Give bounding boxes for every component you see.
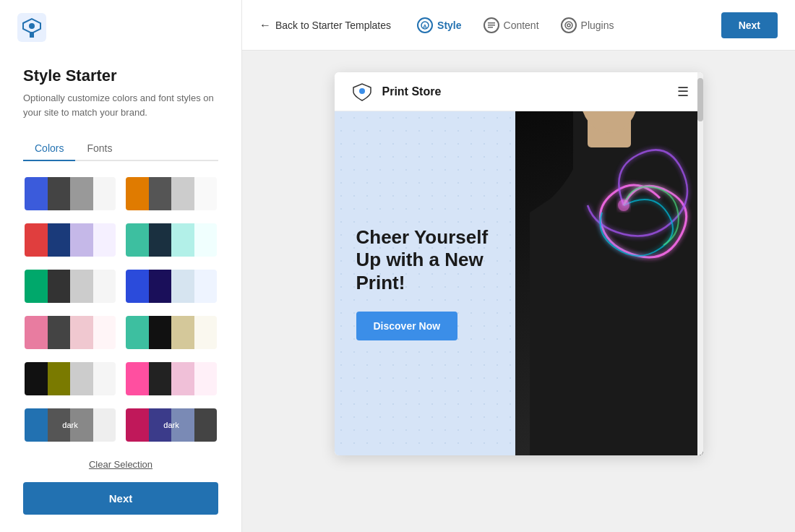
sidebar-title: Style Starter [23, 66, 218, 85]
swatch-5[interactable] [23, 268, 117, 304]
nav-step-plugins[interactable]: Plugins [552, 13, 623, 38]
hamburger-icon: ☰ [677, 84, 689, 100]
preview-logo-icon [349, 79, 375, 105]
app-logo-icon [17, 13, 46, 42]
preview-hero-left: Cheer Yourself Up with a New Print! Disc… [335, 111, 515, 455]
svg-point-13 [618, 200, 629, 211]
style-tabs: Colors Fonts [23, 137, 218, 161]
swatch-9[interactable] [23, 361, 117, 397]
preview-logo-area: Print Store [349, 79, 442, 105]
swatch-7[interactable] [23, 314, 117, 351]
plugins-step-icon [561, 17, 577, 33]
back-link-label: Back to Starter Templates [275, 20, 391, 31]
preview-area: Print Store ☰ Cheer Yourself Up with a N… [242, 51, 795, 532]
top-next-button[interactable]: Next [721, 12, 778, 38]
scrollbar[interactable] [697, 72, 703, 455]
preview-site-name: Print Store [382, 85, 442, 98]
back-arrow-icon: ← [259, 19, 271, 32]
swatch-10[interactable] [124, 361, 218, 397]
content-step-label: Content [504, 20, 539, 31]
tshirt-mockup [515, 111, 703, 455]
sidebar-logo [0, 0, 241, 52]
content-step-icon [484, 17, 499, 33]
nav-steps: A Style Content Plugins [408, 13, 716, 38]
swatch-4[interactable] [124, 222, 218, 258]
top-navigation: ← Back to Starter Templates A Style Cont… [242, 0, 795, 51]
svg-point-10 [359, 88, 365, 94]
nav-step-content[interactable]: Content [475, 13, 548, 38]
main-area: ← Back to Starter Templates A Style Cont… [242, 0, 795, 532]
swatch-8[interactable] [124, 314, 218, 351]
svg-rect-6 [488, 25, 495, 26]
neon-swirl-graphic [551, 133, 696, 278]
clear-selection-container: Clear Selection [23, 458, 218, 471]
swatch-2[interactable] [124, 176, 218, 212]
sidebar-body: Style Starter Optionally customize color… [0, 52, 241, 532]
nav-step-style[interactable]: A Style [408, 13, 470, 38]
svg-point-8 [565, 22, 572, 29]
tab-fonts[interactable]: Fonts [75, 137, 124, 161]
back-to-templates-link[interactable]: ← Back to Starter Templates [259, 19, 391, 32]
swatch-1[interactable] [23, 176, 117, 212]
svg-rect-5 [488, 22, 495, 24]
svg-rect-7 [488, 27, 493, 28]
sidebar-next-button[interactable]: Next [23, 482, 218, 515]
preview-hero-title: Cheer Yourself Up with a New Print! [356, 226, 501, 294]
color-swatches-grid: dark dark [23, 176, 218, 446]
svg-point-9 [567, 24, 570, 27]
tab-colors[interactable]: Colors [23, 137, 75, 161]
sidebar: Style Starter Optionally customize color… [0, 0, 242, 532]
svg-rect-2 [30, 32, 34, 38]
clear-selection-link[interactable]: Clear Selection [89, 459, 152, 470]
style-step-icon: A [417, 17, 433, 33]
sidebar-description: Optionally customize colors and font sty… [23, 91, 218, 119]
swatch-12[interactable]: dark [124, 407, 218, 443]
preview-site-header: Print Store ☰ [335, 72, 703, 111]
preview-hero-section: Cheer Yourself Up with a New Print! Disc… [335, 111, 703, 455]
preview-discover-button[interactable]: Discover Now [356, 312, 458, 340]
scrollbar-thumb [697, 78, 703, 121]
preview-hero-image [515, 111, 703, 455]
browser-preview-mock: Print Store ☰ Cheer Yourself Up with a N… [335, 72, 703, 455]
swatch-6[interactable] [124, 268, 218, 304]
style-step-label: Style [437, 20, 461, 31]
plugins-step-label: Plugins [581, 20, 614, 31]
swatch-11[interactable]: dark [23, 407, 117, 443]
svg-point-1 [29, 23, 35, 29]
svg-text:A: A [423, 23, 427, 30]
swatch-3[interactable] [23, 222, 117, 258]
